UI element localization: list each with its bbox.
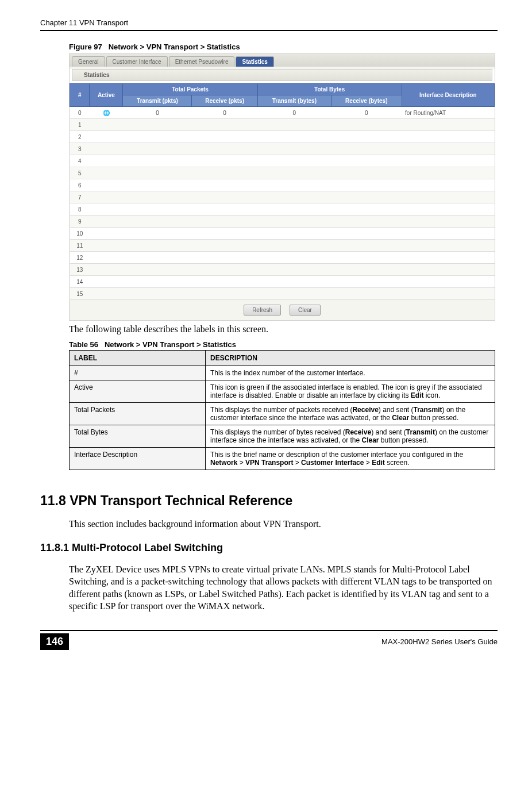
statistics-table: # Active Total Packets Total Bytes Inter… xyxy=(70,83,495,300)
desc-text: This is the index number of the customer… xyxy=(206,366,495,380)
table-row: 5 xyxy=(70,167,495,179)
table-row: 1 xyxy=(70,119,495,131)
button-row: Refresh Clear xyxy=(70,300,495,320)
col-rx-bytes: Receive (bytes) xyxy=(331,95,402,107)
desc-label: Active xyxy=(70,380,206,403)
tab-general[interactable]: General xyxy=(72,56,105,67)
table-row: 0🌐0000for Routing/NAT xyxy=(70,107,495,119)
table-row: 12 xyxy=(70,252,495,264)
desc-label: Total Bytes xyxy=(70,425,206,448)
table-row: 11 xyxy=(70,240,495,252)
screenshot-panel: General Customer Interface Ethernet Pseu… xyxy=(69,53,495,321)
table-row: 15 xyxy=(70,288,495,300)
desc-text: This icon is green if the associated int… xyxy=(206,380,495,403)
desc-text: This is the brief name or description of… xyxy=(206,448,495,470)
desc-label: # xyxy=(70,366,206,380)
section-11-8-1-heading: 11.8.1 Multi-Protocol Label Switching xyxy=(40,542,498,554)
section-11-8-1-text: The ZyXEL Device uses MPLS VPNs to creat… xyxy=(69,563,498,613)
tab-customer-interface[interactable]: Customer Interface xyxy=(106,56,168,67)
figure-label: Figure 97 xyxy=(69,43,102,51)
table56-caption: Table 56 Network > VPN Transport > Stati… xyxy=(69,340,498,349)
table-row: Total BytesThis displays the number of b… xyxy=(70,425,495,448)
table-row: #This is the index number of the custome… xyxy=(70,366,495,380)
desc-text: This displays the number of packets rece… xyxy=(206,403,495,425)
table-row: 2 xyxy=(70,131,495,143)
col-tx-pkts: Transmit (pkts) xyxy=(123,95,192,107)
table56-text: Network > VPN Transport > Statistics xyxy=(105,340,236,349)
col-rx-pkts: Receive (pkts) xyxy=(192,95,257,107)
col-num: # xyxy=(70,84,90,107)
table-row: 3 xyxy=(70,143,495,155)
col-total-bytes: Total Bytes xyxy=(257,84,402,95)
tab-ethernet-pseudowire[interactable]: Ethernet Pseudowire xyxy=(169,56,235,67)
page-number: 146 xyxy=(40,633,69,650)
figure-text: Network > VPN Transport > Statistics xyxy=(109,43,240,51)
guide-name: MAX-200HW2 Series User's Guide xyxy=(381,637,498,646)
table56-head-label: LABEL xyxy=(70,351,206,366)
footer: 146 MAX-200HW2 Series User's Guide xyxy=(40,630,498,650)
desc-text: This displays the number of bytes receiv… xyxy=(206,425,495,448)
table-row: 8 xyxy=(70,203,495,216)
refresh-button[interactable]: Refresh xyxy=(244,305,281,316)
col-active: Active xyxy=(90,84,123,107)
table56-label: Table 56 xyxy=(69,340,98,349)
table-row: Total PacketsThis displays the number of… xyxy=(70,403,495,425)
chapter-title: Chapter 11 VPN Transport xyxy=(40,18,128,27)
col-total-packets: Total Packets xyxy=(123,84,257,95)
section-11-8-text: This section includes background informa… xyxy=(69,518,498,530)
table-row: 13 xyxy=(70,264,495,276)
tab-bar: General Customer Interface Ethernet Pseu… xyxy=(70,54,495,67)
table-row: ActiveThis icon is green if the associat… xyxy=(70,380,495,403)
panel-title: Statistics xyxy=(72,69,492,81)
table56: LABEL DESCRIPTION #This is the index num… xyxy=(69,350,495,470)
globe-icon: 🌐 xyxy=(90,107,123,119)
table-row: 6 xyxy=(70,179,495,191)
col-iface-desc: Interface Description xyxy=(402,84,494,107)
intro-text: The following table describes the labels… xyxy=(69,324,498,334)
table-row: 9 xyxy=(70,216,495,228)
table-row: 4 xyxy=(70,155,495,167)
table-row: 14 xyxy=(70,276,495,288)
table-row: 7 xyxy=(70,191,495,203)
table56-head-desc: DESCRIPTION xyxy=(206,351,495,366)
desc-label: Total Packets xyxy=(70,403,206,425)
chapter-header: Chapter 11 VPN Transport xyxy=(40,17,498,31)
figure-caption: Figure 97 Network > VPN Transport > Stat… xyxy=(69,43,498,51)
table-row: Interface DescriptionThis is the brief n… xyxy=(70,448,495,470)
tab-statistics[interactable]: Statistics xyxy=(236,56,273,67)
desc-label: Interface Description xyxy=(70,448,206,470)
section-11-8-heading: 11.8 VPN Transport Technical Reference xyxy=(40,493,498,509)
table-row: 10 xyxy=(70,228,495,240)
col-tx-bytes: Transmit (bytes) xyxy=(257,95,331,107)
clear-button[interactable]: Clear xyxy=(290,305,321,316)
